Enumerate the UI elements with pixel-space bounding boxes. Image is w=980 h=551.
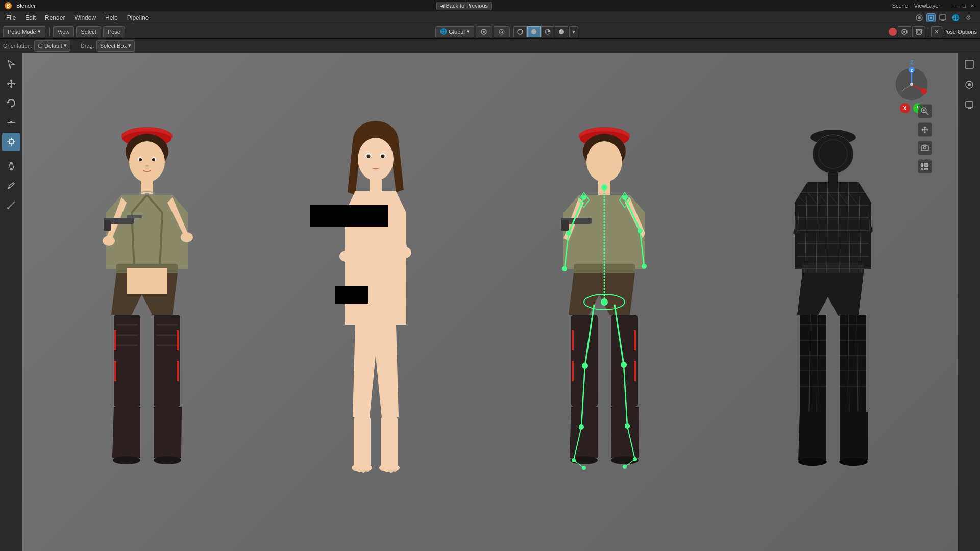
character-1-svg	[76, 111, 218, 493]
menu-window[interactable]: Window	[70, 13, 100, 22]
select-label: Select	[81, 29, 96, 35]
minimize-button[interactable]: ─	[952, 2, 960, 9]
measure-tool-btn[interactable]	[2, 196, 20, 214]
annotate-tool-btn[interactable]	[2, 177, 20, 195]
view-menu[interactable]: View	[53, 26, 75, 37]
pose-options-close[interactable]: ✕	[931, 26, 942, 37]
orientation-dropdown[interactable]: Default ▾	[34, 40, 70, 52]
properties-render-btn[interactable]	[960, 76, 978, 94]
menu-render[interactable]: Render	[41, 13, 69, 22]
drag-arrow: ▾	[128, 42, 131, 49]
svg-point-32	[139, 158, 142, 161]
svg-point-135	[839, 458, 868, 466]
settings-icon[interactable]: ⚙	[963, 12, 974, 23]
svg-rect-6	[940, 15, 946, 20]
viewport[interactable]: Z Z X Y	[22, 53, 958, 551]
bone-roll-btn[interactable]	[2, 157, 20, 176]
snap-toggle[interactable]	[476, 26, 492, 37]
svg-point-18	[903, 31, 905, 33]
toolbar-row1: Pose Mode ▾ View Select Pose 🌐 Global ▾	[0, 24, 980, 39]
solid-shading-btn[interactable]	[527, 26, 541, 37]
blender-logo-icon: B	[4, 2, 12, 10]
back-to-previous-button[interactable]: ◀ Back to Previous	[436, 2, 492, 10]
svg-point-82	[586, 141, 622, 182]
scene-selector[interactable]: Scene	[892, 3, 908, 9]
viewport-overlays-toggle[interactable]	[898, 26, 911, 37]
orientation-text: Orientation:	[3, 43, 32, 49]
render-engine-icon[interactable]	[914, 12, 925, 23]
move-tool-btn[interactable]	[2, 74, 20, 93]
svg-point-24	[10, 162, 13, 165]
drag-text: Drag:	[81, 43, 94, 49]
drag-dropdown[interactable]: Select Box ▾	[96, 40, 135, 52]
properties-output-btn[interactable]	[960, 96, 978, 114]
orientation-value: Default	[44, 43, 62, 49]
camera-icon[interactable]	[918, 141, 932, 155]
svg-rect-65	[354, 417, 371, 468]
svg-point-54	[113, 456, 140, 464]
main-area: Z Z X Y	[0, 53, 980, 551]
viewlayer-selector[interactable]: ViewLayer	[914, 3, 940, 9]
svg-point-104	[566, 231, 571, 236]
svg-rect-194	[966, 102, 973, 107]
svg-point-16	[559, 30, 561, 31]
menu-file[interactable]: File	[2, 13, 20, 22]
pan-icon[interactable]	[918, 122, 932, 137]
material-shading-btn[interactable]	[541, 26, 554, 37]
titlebar: B Blender ◀ Back to Previous Scene ViewL…	[0, 0, 980, 11]
censor-bar-groin	[335, 286, 368, 304]
svg-point-55	[154, 456, 181, 464]
mode-selector[interactable]: Pose Mode ▾	[3, 26, 45, 37]
shading-options-btn[interactable]: ▾	[569, 26, 578, 37]
rendered-shading-btn[interactable]	[555, 26, 568, 37]
maximize-button[interactable]: □	[961, 2, 968, 9]
axis-z-label: Z	[910, 59, 914, 65]
scale-tool-btn[interactable]	[2, 113, 20, 132]
scene-props-icon[interactable]	[926, 13, 936, 22]
svg-point-74	[385, 469, 389, 472]
viewport-top-bar	[486, 57, 494, 59]
svg-rect-42	[114, 315, 140, 407]
proportional-edit[interactable]	[494, 26, 510, 37]
svg-point-123	[582, 466, 586, 470]
svg-text:Z: Z	[911, 68, 913, 73]
properties-object-btn[interactable]	[960, 55, 978, 73]
select-menu[interactable]: Select	[76, 26, 101, 37]
orientation-icon	[38, 43, 43, 48]
svg-point-9	[483, 31, 485, 33]
svg-rect-40	[127, 215, 142, 218]
global-orientation[interactable]: 🌐 Global ▾	[435, 26, 474, 37]
svg-point-33	[152, 158, 155, 161]
pose-menu[interactable]: Pose	[103, 26, 125, 37]
xray-toggle[interactable]	[912, 26, 925, 37]
back-btn-label: Back to Previous	[446, 3, 488, 9]
rotate-tool-btn[interactable]	[2, 94, 20, 112]
wireframe-shading-btn[interactable]	[513, 26, 527, 37]
svg-rect-87	[571, 315, 598, 407]
svg-point-76	[394, 469, 397, 472]
menu-edit[interactable]: Edit	[21, 13, 40, 22]
svg-point-73	[381, 468, 385, 471]
cursor-tool-btn[interactable]	[2, 55, 20, 73]
menu-help[interactable]: Help	[101, 13, 122, 22]
view-layer-icon[interactable]: 🌐	[950, 12, 961, 23]
svg-point-59	[358, 138, 394, 181]
grid-icon[interactable]	[918, 159, 932, 173]
x-axis-dot[interactable]: X	[900, 103, 910, 113]
menu-pipeline[interactable]: Pipeline	[123, 13, 153, 22]
svg-point-75	[389, 470, 393, 473]
svg-point-107	[642, 264, 647, 269]
back-arrow-icon: ◀	[440, 3, 444, 9]
svg-point-34	[145, 165, 149, 167]
svg-point-71	[362, 470, 365, 473]
left-sidebar	[0, 53, 22, 551]
close-button[interactable]: ✕	[969, 2, 976, 9]
svg-point-105	[638, 228, 643, 233]
output-icon[interactable]	[937, 12, 948, 23]
transform-tool-btn[interactable]	[2, 133, 20, 151]
right-overlay-tools	[918, 104, 932, 173]
zoom-icon[interactable]	[918, 104, 932, 118]
svg-rect-133	[840, 315, 866, 417]
svg-rect-66	[381, 417, 398, 468]
orientation-arrow: ▾	[64, 42, 67, 49]
